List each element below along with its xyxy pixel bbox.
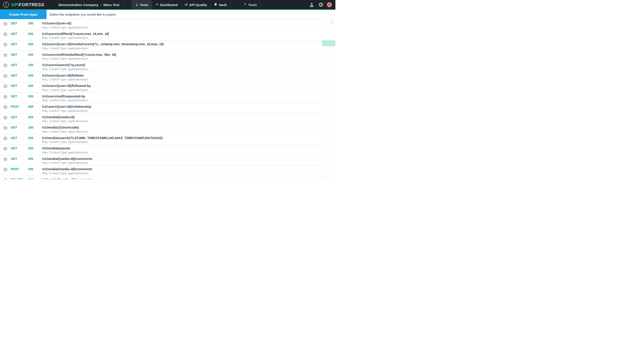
select-radio[interactable] bbox=[3, 126, 8, 130]
method-label: GET bbox=[11, 115, 28, 119]
path-cell: /v1/media/search{?LAT,MIN_TIMESTAMP,LNG,… bbox=[42, 136, 322, 144]
endpoint-path: /v1/users/self/feed{?count,max_id,min_id… bbox=[42, 32, 322, 36]
path-cell: /v1/media1/{shortcode}Req. Content-Type:… bbox=[42, 125, 322, 133]
endpoint-row[interactable]: GET200/v1/media/popularReq. Content-Type… bbox=[0, 145, 322, 155]
svg-rect-2 bbox=[186, 4, 186, 5]
select-radio[interactable] bbox=[3, 167, 8, 171]
breadcrumb: Demonstration Company / Mass Test → bbox=[48, 3, 126, 7]
status-label: 200 bbox=[28, 84, 42, 88]
select-radio[interactable] bbox=[3, 95, 8, 99]
method-label: GET bbox=[11, 125, 28, 129]
chevron-down-icon[interactable]: ▾ bbox=[330, 20, 334, 25]
user-icon[interactable] bbox=[309, 2, 314, 8]
content-type: Req. Content-Type: application/json bbox=[42, 109, 322, 112]
svg-point-4 bbox=[215, 3, 217, 4]
endpoint-row[interactable]: GET200/v1/media1/{shortcode}Req. Content… bbox=[0, 124, 322, 134]
select-radio[interactable] bbox=[3, 157, 8, 161]
path-cell: /v1/media/{media-id}/commentsReq. Conten… bbox=[42, 177, 322, 180]
endpoint-row[interactable]: GET200/v1/users/{user-id}/followed-byReq… bbox=[0, 82, 322, 93]
status-label: 200 bbox=[28, 156, 42, 160]
nav-apiquality-label: API Quality bbox=[189, 3, 207, 7]
select-radio[interactable] bbox=[3, 105, 8, 109]
endpoint-row[interactable]: GET200/v1/users/self/media/liked{?count,… bbox=[0, 51, 322, 62]
nav-tools[interactable]: Tools bbox=[239, 0, 261, 10]
path-cell: /v1/users/{user-id}/relationshipReq. Con… bbox=[42, 104, 322, 112]
nav-tab-api-quality[interactable]: API Quality bbox=[181, 0, 210, 10]
radio-cell bbox=[0, 63, 11, 67]
breadcrumb-company[interactable]: Demonstration Company bbox=[58, 3, 98, 7]
status-label: 200 bbox=[28, 32, 42, 36]
help-icon[interactable]: ? bbox=[327, 2, 332, 7]
path-cell: /v1/users/{user-id}/followed-byReq. Cont… bbox=[42, 84, 322, 92]
path-cell: /v1/users/{user-id}Req. Content-Type: ap… bbox=[42, 21, 322, 29]
endpoint-row[interactable]: GET200/v1/media/{media-id}/commentsReq. … bbox=[0, 155, 322, 166]
radio-cell bbox=[0, 21, 11, 26]
select-radio[interactable] bbox=[3, 32, 8, 36]
status-label: 200 bbox=[28, 104, 42, 108]
endpoint-path: /v1/users/self/requested-by bbox=[42, 94, 322, 99]
radio-cell bbox=[0, 104, 11, 109]
nav-tab-dashboard[interactable]: Dashboard bbox=[152, 0, 181, 10]
endpoint-row[interactable]: POST200/v1/media/{media-id}/commentsReq.… bbox=[0, 165, 322, 176]
endpoint-path: /v1/media/popular bbox=[42, 146, 322, 150]
status-label: 200 bbox=[28, 177, 42, 180]
create-from-spec-button[interactable]: Create From Spec bbox=[0, 10, 46, 19]
right-rail: ▾ bbox=[322, 10, 336, 179]
endpoint-path: /v1/users/self/media/liked{?count,max_li… bbox=[42, 52, 322, 57]
status-label: 200 bbox=[28, 21, 42, 25]
endpoint-path: /v1/media/{media-id}/comments bbox=[42, 156, 322, 161]
select-radio[interactable] bbox=[3, 84, 8, 88]
nav-tabs: Tests Dashboard API Quality Vault bbox=[132, 0, 230, 10]
nav-tab-tests[interactable]: Tests bbox=[132, 0, 152, 10]
nav-tab-vault[interactable]: Vault bbox=[210, 0, 230, 10]
endpoint-row[interactable]: GET200/v1/users/search{?q,count}Req. Con… bbox=[0, 61, 322, 72]
content-type: Req. Content-Type: application/json bbox=[42, 99, 322, 102]
select-radio[interactable] bbox=[3, 53, 8, 57]
logo[interactable]: APIFORTRESS bbox=[0, 2, 48, 8]
endpoint-row[interactable]: GET200/v1/users/{user-id}Req. Content-Ty… bbox=[0, 20, 322, 30]
breadcrumb-arrow-icon[interactable]: → bbox=[123, 3, 126, 7]
select-radio[interactable] bbox=[3, 178, 8, 180]
path-cell: /v1/users/{user-id}/media/recent{?c...es… bbox=[42, 42, 322, 50]
endpoint-row[interactable]: GET200/v1/users/{user-id}/followsReq. Co… bbox=[0, 72, 322, 82]
method-label: GET bbox=[11, 136, 28, 140]
endpoint-list: GET200/v1/users/{user-id}Req. Content-Ty… bbox=[0, 20, 322, 179]
endpoint-row[interactable]: GET200/v1/users/{user-id}/media/recent{?… bbox=[0, 41, 322, 51]
endpoint-path: /v1/users/{user-id} bbox=[42, 21, 322, 26]
endpoint-row[interactable]: GET200/v1/media/{media-id}Req. Content-T… bbox=[0, 114, 322, 124]
tools-label: Tools bbox=[248, 3, 257, 7]
nav-tests-label: Tests bbox=[140, 3, 148, 7]
select-radio[interactable] bbox=[3, 43, 8, 47]
endpoint-row[interactable]: GET200/v1/users/self/feed{?count,max_id,… bbox=[0, 30, 322, 41]
breadcrumb-project[interactable]: Mass Test bbox=[103, 3, 119, 7]
svg-point-0 bbox=[136, 3, 137, 4]
endpoint-path: /v1/media/search{?LAT,MIN_TIMESTAMP,LNG,… bbox=[42, 136, 322, 140]
endpoint-row[interactable]: DELETE200/v1/media/{media-id}/commentsRe… bbox=[0, 176, 322, 180]
content-type: Req. Content-Type: application/json bbox=[42, 119, 322, 123]
radio-cell bbox=[0, 115, 11, 120]
logo-fortress: FORTRESS bbox=[19, 2, 44, 8]
gear-icon[interactable] bbox=[318, 2, 323, 8]
status-label: 200 bbox=[28, 167, 42, 171]
subheader: Create From Spec Select the endpoints yo… bbox=[0, 10, 336, 19]
path-cell: /v1/users/self/feed{?count,max_id,min_id… bbox=[42, 32, 322, 40]
endpoint-row[interactable]: GET200/v1/media/search{?LAT,MIN_TIMESTAM… bbox=[0, 134, 322, 145]
radio-cell bbox=[0, 156, 11, 161]
method-label: GET bbox=[11, 156, 28, 160]
select-radio[interactable] bbox=[3, 22, 8, 26]
content-type: Req. Content-Type: application/json bbox=[42, 140, 322, 143]
select-radio[interactable] bbox=[3, 147, 8, 151]
endpoint-row[interactable]: GET200/v1/users/self/requested-byReq. Co… bbox=[0, 93, 322, 103]
select-radio[interactable] bbox=[3, 74, 8, 78]
select-radio[interactable] bbox=[3, 116, 8, 120]
path-cell: /v1/media/popularReq. Content-Type: appl… bbox=[42, 146, 322, 154]
endpoint-row[interactable]: POST200/v1/users/{user-id}/relationshipR… bbox=[0, 103, 322, 114]
select-radio[interactable] bbox=[3, 136, 8, 140]
status-label: 200 bbox=[28, 136, 42, 140]
status-label: 200 bbox=[28, 125, 42, 129]
radio-cell bbox=[0, 146, 11, 151]
select-radio[interactable] bbox=[3, 63, 8, 67]
radio-cell bbox=[0, 73, 11, 78]
method-label: GET bbox=[11, 42, 28, 46]
nav-dashboard-label: Dashboard bbox=[160, 3, 178, 7]
